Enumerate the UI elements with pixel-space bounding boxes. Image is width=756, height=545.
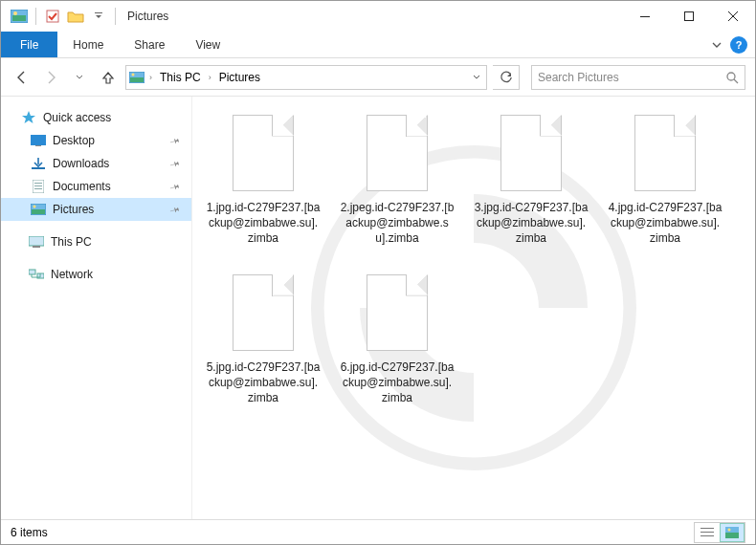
crumb-pictures[interactable]: Pictures <box>213 66 266 89</box>
network-icon <box>28 267 45 282</box>
file-item[interactable]: 6.jpg.id-C279F237.[backup@zimbabwe.su].z… <box>340 270 455 406</box>
back-button[interactable] <box>11 66 33 89</box>
up-button[interactable] <box>97 66 120 89</box>
properties-icon[interactable] <box>42 6 63 27</box>
svg-rect-1 <box>12 15 26 21</box>
file-tab[interactable]: File <box>1 32 57 57</box>
sidebar-item-network[interactable]: Network <box>1 263 191 286</box>
chevron-right-icon[interactable]: › <box>147 73 154 82</box>
svg-rect-6 <box>685 12 694 21</box>
location-icon[interactable] <box>126 72 147 83</box>
close-button[interactable] <box>711 1 755 32</box>
svg-point-20 <box>33 206 36 208</box>
svg-rect-21 <box>29 236 44 246</box>
file-icon <box>628 110 702 196</box>
new-folder-icon[interactable] <box>65 6 86 27</box>
pin-icon[interactable]: 📌︎ <box>167 202 183 217</box>
nav-toolbar: › This PC › Pictures Search Pictures <box>1 58 755 97</box>
separator <box>115 8 116 25</box>
main-area: Quick access Desktop 📌︎ Downloads 📌︎ Doc… <box>1 97 755 519</box>
details-view-button[interactable] <box>695 523 720 542</box>
svg-rect-28 <box>700 535 714 536</box>
sidebar-item-pictures[interactable]: Pictures 📌︎ <box>1 198 191 221</box>
view-toggle <box>694 522 745 543</box>
svg-point-10 <box>727 73 735 80</box>
file-name: 4.jpg.id-C279F237.[backup@zimbabwe.su].z… <box>608 200 723 247</box>
quick-access-header[interactable]: Quick access <box>1 106 191 129</box>
tab-view[interactable]: View <box>180 32 235 57</box>
quick-access-toolbar <box>9 6 120 27</box>
file-name: 6.jpg.id-C279F237.[backup@zimbabwe.su].z… <box>340 360 455 406</box>
tab-home[interactable]: Home <box>57 32 119 57</box>
qat-dropdown-icon[interactable] <box>88 6 109 27</box>
pictures-icon <box>30 202 47 217</box>
sidebar-item-downloads[interactable]: Downloads 📌︎ <box>1 152 191 175</box>
titlebar: Pictures <box>1 1 755 32</box>
forward-button[interactable] <box>39 66 62 89</box>
svg-rect-12 <box>35 145 41 146</box>
file-item[interactable]: 1.jpg.id-C279F237.[backup@zimbabwe.su].z… <box>206 110 321 247</box>
maximize-button[interactable] <box>667 1 711 32</box>
svg-rect-23 <box>29 270 35 274</box>
svg-rect-3 <box>47 11 58 22</box>
search-icon[interactable] <box>725 71 739 84</box>
svg-rect-13 <box>32 167 45 169</box>
svg-point-2 <box>13 11 17 15</box>
tab-share[interactable]: Share <box>119 32 180 57</box>
file-item[interactable]: 2.jpeg.id-C279F237.[backup@zimbabwe.su].… <box>340 110 455 247</box>
chevron-right-icon[interactable]: › <box>207 73 213 82</box>
svg-rect-17 <box>34 188 42 189</box>
item-count: 6 items <box>11 526 48 539</box>
file-icon <box>360 270 434 356</box>
thumbnails-view-button[interactable] <box>720 523 745 542</box>
file-item[interactable]: 5.jpg.id-C279F237.[backup@zimbabwe.su].z… <box>206 270 321 406</box>
search-input[interactable]: Search Pictures <box>531 65 745 90</box>
file-name: 3.jpg.id-C279F237.[backup@zimbabwe.su].z… <box>474 200 589 247</box>
svg-rect-30 <box>725 533 739 538</box>
file-item[interactable]: 3.jpg.id-C279F237.[backup@zimbabwe.su].z… <box>474 110 589 247</box>
ribbon: File Home Share View ? <box>1 32 755 58</box>
svg-rect-8 <box>130 77 144 82</box>
svg-rect-4 <box>95 12 102 13</box>
separator <box>35 8 36 25</box>
svg-rect-22 <box>33 246 40 248</box>
svg-rect-15 <box>34 183 42 184</box>
file-item[interactable]: 4.jpg.id-C279F237.[backup@zimbabwe.su].z… <box>608 110 723 247</box>
app-icon <box>9 6 30 27</box>
window-controls <box>623 1 755 32</box>
ribbon-expand-icon[interactable] <box>707 35 726 54</box>
desktop-icon <box>30 133 47 148</box>
status-bar: 6 items <box>1 519 755 544</box>
sidebar-item-this-pc[interactable]: This PC <box>1 230 191 253</box>
breadcrumb[interactable]: › This PC › Pictures <box>125 65 487 90</box>
address-dropdown-icon[interactable] <box>465 66 486 89</box>
pin-icon[interactable]: 📌︎ <box>167 133 183 148</box>
search-placeholder: Search Pictures <box>538 71 725 84</box>
minimize-button[interactable] <box>623 1 667 32</box>
recent-dropdown-icon[interactable] <box>68 66 91 89</box>
file-icon <box>226 110 300 196</box>
refresh-button[interactable] <box>493 65 520 90</box>
help-icon[interactable]: ? <box>730 36 747 54</box>
file-icon <box>360 110 434 196</box>
documents-icon <box>30 179 47 194</box>
file-name: 5.jpg.id-C279F237.[backup@zimbabwe.su].z… <box>206 360 321 406</box>
window-title: Pictures <box>127 10 168 23</box>
nav-pane: Quick access Desktop 📌︎ Downloads 📌︎ Doc… <box>1 97 192 519</box>
svg-point-9 <box>132 73 135 76</box>
svg-rect-5 <box>640 16 650 17</box>
svg-rect-27 <box>700 532 714 533</box>
file-icon <box>226 270 300 356</box>
quick-access-icon <box>20 110 37 125</box>
sidebar-item-desktop[interactable]: Desktop 📌︎ <box>1 129 191 152</box>
downloads-icon <box>30 156 47 171</box>
crumb-this-pc[interactable]: This PC <box>154 66 207 89</box>
sidebar-item-documents[interactable]: Documents 📌︎ <box>1 175 191 198</box>
svg-rect-11 <box>31 135 46 145</box>
file-icon <box>494 110 568 196</box>
svg-rect-19 <box>32 209 45 214</box>
pin-icon[interactable]: 📌︎ <box>167 156 183 171</box>
file-list[interactable]: 1.jpg.id-C279F237.[backup@zimbabwe.su].z… <box>192 97 755 519</box>
svg-rect-16 <box>34 185 42 186</box>
pin-icon[interactable]: 📌︎ <box>167 179 183 194</box>
